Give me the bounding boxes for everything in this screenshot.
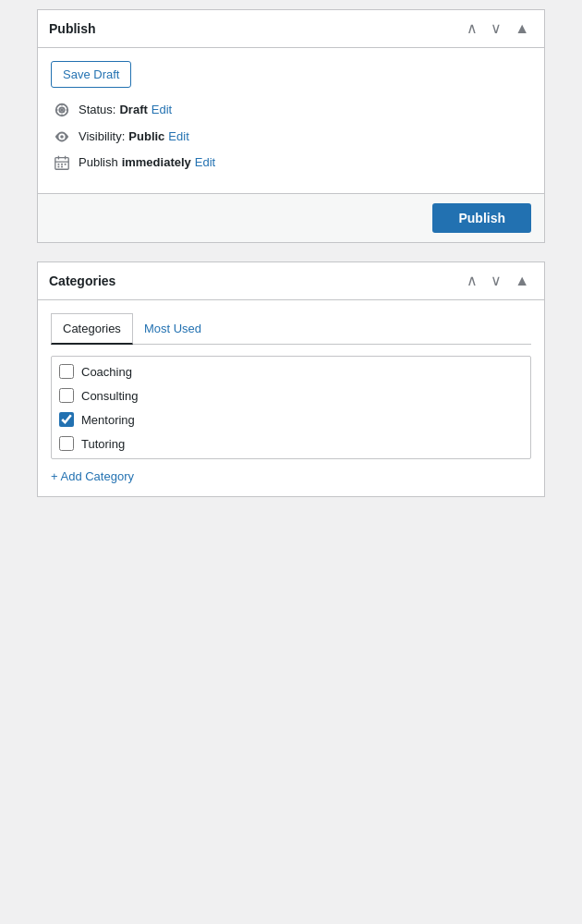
categories-panel-body: Categories Most Used Coaching Consulting… xyxy=(38,300,544,496)
svg-rect-4 xyxy=(65,164,67,165)
publish-time-label: Publish xyxy=(79,155,118,169)
categories-list: Coaching Consulting Mentoring Tutoring xyxy=(51,356,531,459)
visibility-edit-link[interactable]: Edit xyxy=(168,129,188,143)
publish-panel-header: Publish ∧ ∨ ▲ xyxy=(38,10,544,48)
svg-rect-2 xyxy=(58,164,60,165)
status-icon xyxy=(51,101,73,118)
list-item: Tutoring xyxy=(59,436,523,451)
categories-chevron-down-button[interactable]: ∨ xyxy=(487,272,505,290)
status-value: Draft xyxy=(119,103,147,116)
categories-tabs: Categories Most Used xyxy=(51,313,531,345)
publish-move-up-button[interactable]: ▲ xyxy=(511,19,533,38)
publish-chevron-down-button[interactable]: ∨ xyxy=(487,19,505,38)
list-item: Coaching xyxy=(59,364,523,379)
publish-panel-title: Publish xyxy=(49,21,96,36)
svg-point-0 xyxy=(60,108,64,112)
categories-panel-controls: ∧ ∨ ▲ xyxy=(463,272,533,290)
mentoring-label[interactable]: Mentoring xyxy=(81,413,135,427)
calendar-icon xyxy=(51,154,73,172)
categories-panel-title: Categories xyxy=(49,274,115,288)
tab-most-used[interactable]: Most Used xyxy=(133,313,212,345)
visibility-value: Public xyxy=(128,129,164,143)
save-draft-button[interactable]: Save Draft xyxy=(51,61,131,88)
publish-chevron-up-button[interactable]: ∧ xyxy=(463,19,481,38)
coaching-label[interactable]: Coaching xyxy=(81,365,132,379)
status-edit-link[interactable]: Edit xyxy=(152,103,172,116)
tutoring-checkbox[interactable] xyxy=(59,436,74,451)
publish-time-edit-link[interactable]: Edit xyxy=(195,155,215,169)
status-label: Status: xyxy=(79,103,115,116)
publish-panel-body: Save Draft Status: Draft Edit Visibility… xyxy=(38,48,544,193)
publish-button[interactable]: Publish xyxy=(432,203,531,233)
coaching-checkbox[interactable] xyxy=(59,364,74,379)
add-category-link[interactable]: + Add Category xyxy=(51,469,134,483)
tutoring-label[interactable]: Tutoring xyxy=(81,437,125,451)
visibility-icon xyxy=(51,128,73,145)
tab-categories[interactable]: Categories xyxy=(51,313,133,345)
list-item: Consulting xyxy=(59,388,523,403)
visibility-row: Visibility: Public Edit xyxy=(51,128,531,145)
publish-panel-controls: ∧ ∨ ▲ xyxy=(463,19,533,38)
publish-time-value: immediately xyxy=(122,155,191,169)
status-row: Status: Draft Edit xyxy=(51,101,531,118)
categories-panel: Categories ∧ ∨ ▲ Categories Most Used Co… xyxy=(37,261,545,497)
consulting-label[interactable]: Consulting xyxy=(81,389,138,403)
list-item: Mentoring xyxy=(59,412,523,427)
publish-panel: Publish ∧ ∨ ▲ Save Draft Status: Draft E… xyxy=(37,9,545,243)
mentoring-checkbox[interactable] xyxy=(59,412,74,427)
categories-chevron-up-button[interactable]: ∧ xyxy=(463,272,481,290)
visibility-label: Visibility: xyxy=(79,129,125,143)
publish-footer: Publish xyxy=(38,193,544,242)
consulting-checkbox[interactable] xyxy=(59,388,74,403)
categories-panel-header: Categories ∧ ∨ ▲ xyxy=(38,262,544,300)
svg-rect-3 xyxy=(61,164,63,165)
categories-move-up-button[interactable]: ▲ xyxy=(511,272,533,290)
svg-rect-6 xyxy=(61,166,63,168)
svg-rect-5 xyxy=(58,166,60,168)
publish-time-row: Publish immediately Edit xyxy=(51,154,531,172)
